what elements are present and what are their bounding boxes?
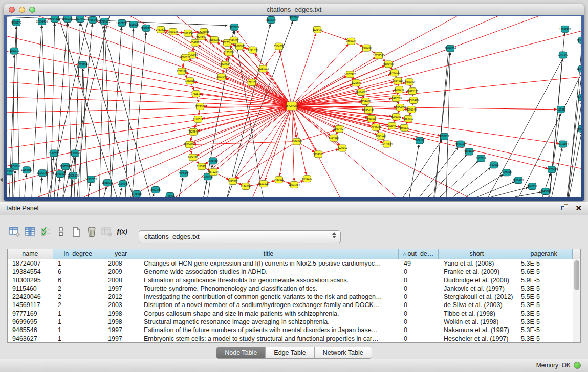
table-cell[interactable]: 0	[399, 318, 439, 326]
table-cell[interactable]: Embryonic stem cells: a model to study s…	[139, 335, 399, 343]
table-row[interactable]: 1872400712008Changes of HCN gene express…	[8, 259, 580, 268]
table-cell[interactable]: 9115460	[8, 285, 53, 293]
table-cell[interactable]: 9699695	[8, 318, 53, 326]
graph-edge[interactable]	[230, 46, 292, 106]
table-cell[interactable]: 5.3E-5	[516, 310, 574, 318]
table-cell[interactable]: Genome-wide association studies in ADHD.	[139, 268, 399, 276]
table-cell[interactable]: Disruption of a novel member of a sodium…	[139, 301, 399, 309]
column-header-in_degree[interactable]: in_degree	[53, 249, 103, 259]
minimize-window-button[interactable]	[19, 7, 25, 13]
table-cell[interactable]: 6	[53, 268, 103, 276]
function-builder-icon[interactable]: f(x)	[115, 224, 130, 239]
scrollbar-thumb[interactable]	[574, 260, 579, 290]
graph-edge[interactable]	[120, 188, 122, 197]
table-cell[interactable]: 49	[399, 259, 439, 268]
graph-edge[interactable]	[242, 50, 292, 106]
table-row[interactable]: 946554611997Estimation of the future num…	[8, 326, 580, 334]
table-cell[interactable]: 0	[399, 285, 439, 293]
graph-edge[interactable]	[515, 192, 541, 197]
network-canvas[interactable]: 9435572206914068094312106532871527602646…	[7, 16, 581, 197]
table-cell[interactable]: 5.3E-5	[516, 335, 574, 343]
table-cell[interactable]: 6	[53, 276, 103, 285]
graph-edge[interactable]	[7, 106, 292, 184]
table-cell[interactable]: 1	[53, 326, 103, 334]
table-cell[interactable]: Tourette syndrome. Phenomenology and cla…	[139, 285, 399, 293]
column-header-out_de[interactable]: △out_de…	[399, 249, 439, 259]
graph-edge[interactable]	[292, 33, 316, 106]
network-window[interactable]: citations_edges.txt 94355722069140680943…	[4, 4, 584, 201]
graph-edge[interactable]	[435, 53, 448, 197]
table-cell[interactable]: 2009	[103, 268, 139, 276]
table-cell[interactable]: 9465546	[8, 326, 53, 334]
table-cell[interactable]: 5.3E-5	[516, 326, 574, 334]
delete-table-icon[interactable]	[84, 224, 99, 239]
table-cell[interactable]: 5.3E-5	[516, 259, 574, 268]
graph-edge[interactable]	[99, 26, 104, 197]
column-header-pagerank[interactable]: pagerank	[515, 249, 573, 259]
table-cell[interactable]: 5.3E-5	[516, 301, 574, 309]
table-cell[interactable]: 0	[399, 326, 439, 334]
table-cell[interactable]: 5.3E-5	[516, 285, 574, 293]
table-row[interactable]: 977716911998Corpus callosum shape and si…	[8, 310, 580, 318]
table-cell[interactable]: 2008	[103, 259, 139, 268]
table-row[interactable]: 1456911722003Disruption of a novel membe…	[8, 301, 580, 309]
graph-edge[interactable]	[63, 16, 110, 197]
table-cell[interactable]: 1	[53, 335, 103, 343]
table-cell[interactable]: 1997	[103, 326, 139, 334]
table-row[interactable]: 946362711997Embryonic stem cells: a mode…	[8, 335, 580, 343]
table-cell[interactable]: 9463627	[8, 335, 53, 343]
graph-edge[interactable]	[292, 77, 581, 106]
float-panel-icon[interactable]	[561, 204, 569, 212]
graph-edge[interactable]	[317, 30, 347, 40]
table-cell[interactable]: Hescheler et al. (1997)	[439, 335, 516, 343]
window-titlebar[interactable]: citations_edges.txt	[4, 4, 584, 15]
table-cell[interactable]: 0	[399, 268, 439, 276]
graph-edge[interactable]	[234, 31, 263, 197]
graph-edge[interactable]	[130, 16, 292, 106]
table-row[interactable]: 911546021997Tourette syndrome. Phenomeno…	[8, 285, 580, 293]
table-cell[interactable]: 19384554	[8, 268, 53, 276]
table-cell[interactable]: 9777169	[8, 310, 53, 318]
graph-edge[interactable]	[568, 101, 581, 197]
table-cell[interactable]: Yano et al. (2008)	[439, 259, 516, 268]
graph-edge[interactable]	[292, 106, 416, 140]
table-row[interactable]: 1938455462009Genome-wide association stu…	[8, 268, 580, 276]
close-window-button[interactable]	[9, 7, 15, 13]
table-cell[interactable]: 0	[399, 293, 439, 301]
table-cell[interactable]: 1	[53, 259, 103, 268]
graph-edge[interactable]	[205, 106, 292, 164]
graph-edge[interactable]	[57, 178, 60, 197]
table-mode-icon[interactable]	[7, 224, 23, 239]
table-cell[interactable]: 5.9E-5	[516, 276, 574, 285]
table-cell[interactable]: 2008	[103, 276, 139, 285]
table-cell[interactable]: de Silva et al. (2003)	[439, 301, 516, 309]
table-cell[interactable]: 1997	[103, 285, 139, 293]
table-cell[interactable]: 1998	[103, 310, 139, 318]
graph-edge[interactable]	[195, 57, 292, 106]
table-vertical-scrollbar[interactable]	[573, 259, 580, 342]
table-cell[interactable]: 2003	[103, 301, 139, 309]
table-cell[interactable]: Investigating the contribution of common…	[139, 293, 399, 301]
graph-edge[interactable]	[111, 27, 121, 197]
graph-edge[interactable]	[477, 182, 515, 197]
table-cell[interactable]: Tibbo et al. (1998)	[439, 310, 516, 318]
column-visibility-icon[interactable]	[23, 224, 38, 239]
table-cell[interactable]: 5.5E-5	[516, 293, 574, 301]
table-cell[interactable]: 2	[53, 285, 103, 293]
graph-edge[interactable]	[25, 174, 26, 197]
table-row[interactable]: 2242004622012Investigating the contribut…	[8, 293, 580, 301]
table-selector-combobox[interactable]: citations_edges.txt	[139, 230, 341, 243]
graph-edge[interactable]	[153, 193, 154, 197]
graph-edge[interactable]	[7, 52, 292, 106]
table-cell[interactable]: 0	[399, 310, 439, 318]
table-cell[interactable]: 2	[53, 301, 103, 309]
table-cell[interactable]: 0	[399, 276, 439, 285]
table-cell[interactable]: 1	[53, 310, 103, 318]
table-cell[interactable]: 1997	[103, 335, 139, 343]
table-cell[interactable]: Stergiakouli et al. (2012)	[439, 293, 516, 301]
table-cell[interactable]: 1998	[103, 318, 139, 326]
table-cell[interactable]: 14569117	[8, 301, 53, 309]
table-cell[interactable]: 5.6E-5	[516, 268, 574, 276]
tab-node-table[interactable]: Node Table	[216, 347, 266, 358]
column-header-year[interactable]: year	[103, 249, 139, 259]
